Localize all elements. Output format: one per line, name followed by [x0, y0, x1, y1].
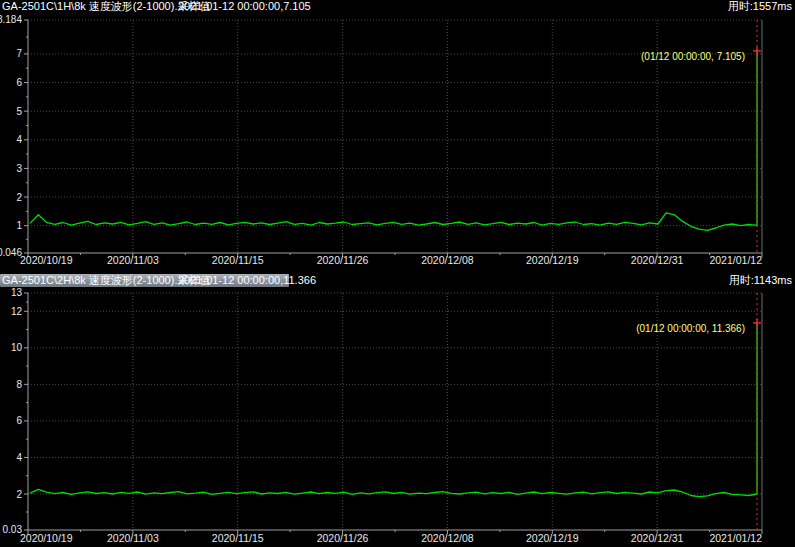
chart2-elapsed-time: 用时:1143ms: [729, 274, 792, 287]
chart1-x-tick-label: 2020/11/15: [212, 254, 264, 266]
chart2-x-tick-label: 2020/12/19: [526, 532, 579, 544]
chart1-x-tick-label: 2020/10/19: [20, 254, 73, 266]
chart1-y-tick-label: 2: [16, 192, 22, 203]
chart2-cursor-readout: 2021-01-12 00:00:00,11.366: [178, 274, 316, 287]
chart2-x-tick-label: 2020/11/26: [317, 532, 369, 544]
chart1-y-tick-label: 1: [16, 220, 22, 231]
chart1-x-tick-label: 2020/12/31: [631, 254, 684, 266]
chart2-x-tick-label: 2020/10/19: [20, 532, 73, 544]
chart1-cursor-readout: 2021-01-12 00:00:00,7.105: [178, 0, 311, 13]
chart2-x-tick-label: 2020/11/03: [107, 532, 159, 544]
chart1-peak-annotation: (01/12 00:00:00, 7.105): [641, 51, 745, 62]
chart2-x-tick-label: 2020/11/15: [212, 532, 264, 544]
chart2-x-tick-label: 2020/12/08: [421, 532, 474, 544]
chart2-y-tick-label: 12: [11, 306, 23, 317]
chart1-x-tick-label: 2020/11/03: [107, 254, 159, 266]
chart2-x-tick-label: 2021/01/12: [709, 532, 762, 544]
chart1-x-tick-label: 2020/11/26: [317, 254, 369, 266]
chart2-peak-annotation: (01/12 00:00:00, 11.366): [636, 323, 745, 334]
chart2-y-tick-label: 8: [16, 379, 22, 390]
chart2-y-tick-label: 10: [11, 342, 23, 353]
chart1-y-tick-label: 6: [16, 77, 22, 88]
chart2-y-max-label: 13: [11, 287, 23, 298]
chart1-y-tick-label: 5: [16, 106, 22, 117]
chart1-y-tick-label: 7: [16, 48, 22, 59]
chart2-x-tick-label: 2020/12/31: [631, 532, 684, 544]
trend-monitor-window: GA-2501C\1H\8k 速度波形(2-1000).采样值 2021-01-…: [0, 0, 795, 547]
chart2-y-tick-label: 2: [16, 489, 22, 500]
chart1-y-max-label: 8.184: [0, 14, 22, 25]
chart1-x-tick-label: 2020/12/08: [421, 254, 474, 266]
chart1-x-tick-label: 2020/12/19: [526, 254, 579, 266]
chart2-y-tick-label: 4: [16, 452, 22, 463]
chart1-x-tick-label: 2021/01/12: [709, 254, 762, 266]
chart1-y-tick-label: 4: [16, 134, 22, 145]
chart2-y-tick-label: 6: [16, 415, 22, 426]
chart1-y-tick-label: 3: [16, 163, 22, 174]
chart1-elapsed-time: 用时:1557ms: [728, 0, 792, 13]
